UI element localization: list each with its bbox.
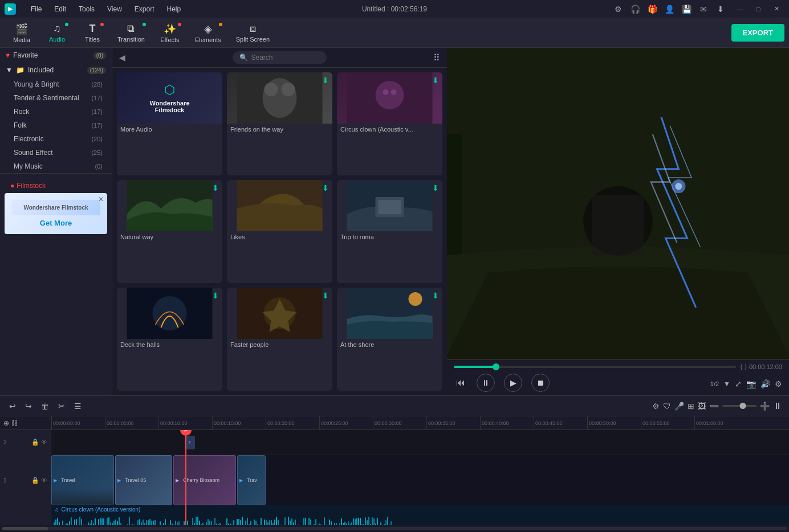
redo-button[interactable]: ↪ (23, 399, 34, 413)
shield-icon[interactable]: 🛡 (663, 402, 671, 411)
undo-button[interactable]: ↩ (7, 399, 18, 413)
favorite-section[interactable]: ♥ Favorite (0) (0, 48, 112, 63)
fullscreen-icon[interactable]: ⤢ (735, 379, 742, 388)
search-input[interactable] (251, 54, 320, 62)
sound-effect-count: (25) (91, 149, 103, 156)
playhead[interactable]: ✂ (185, 430, 186, 525)
natural-download-icon[interactable]: ⬇ (212, 183, 219, 193)
audio-card-likes[interactable]: ⬇ Likes (227, 180, 332, 283)
plus-icon[interactable]: ➕ (760, 402, 770, 411)
save-icon[interactable]: 💾 (680, 2, 693, 16)
filmstock-close[interactable]: ✕ (98, 195, 104, 203)
pause2-icon[interactable]: ⏸ (773, 401, 782, 411)
category-electronic[interactable]: Electronic (20) (0, 132, 112, 146)
audio-card-circus[interactable]: ⬇ Circus clown (Acoustic v... (337, 72, 442, 175)
grid-view-icon[interactable]: ⠿ (433, 52, 440, 63)
faster-download-icon[interactable]: ⬇ (322, 291, 329, 300)
toolbar-titles[interactable]: T Titles (75, 21, 109, 45)
toolbar-audio[interactable]: ♫ Audio (40, 21, 74, 45)
audio-card-friends[interactable]: ⬇ Friends on the way (227, 72, 332, 175)
video-clip-cherry[interactable]: ▶ Cherry Blossom (173, 455, 236, 505)
export-button[interactable]: EXPORT (731, 24, 784, 42)
track-2-lock[interactable]: 🔒 (31, 439, 39, 446)
menu-edit[interactable]: Edit (48, 3, 72, 15)
audio-card-natural[interactable]: ⬇ Natural way (117, 180, 222, 283)
zoom-slider[interactable] (722, 405, 757, 407)
menu-help[interactable]: Help (161, 3, 187, 15)
minimize-button[interactable]: — (732, 3, 748, 15)
gift-icon[interactable]: 🎁 (645, 2, 659, 16)
ws-icon: ⬡ (164, 83, 175, 97)
category-young-bright[interactable]: Young & Bright (28) (0, 77, 112, 91)
menu-file[interactable]: File (25, 3, 47, 15)
email-icon[interactable]: ✉ (697, 2, 710, 16)
category-tender[interactable]: Tender & Sentimental (17) (0, 91, 112, 105)
waveform-bar (329, 519, 330, 525)
layers-icon[interactable]: ⊞ (688, 402, 694, 411)
settings3-icon[interactable]: ⚙ (652, 402, 660, 411)
track-2-eye[interactable]: 👁 (41, 439, 47, 446)
video-clip-travel[interactable]: ▶ Travel (51, 455, 114, 505)
pause-button[interactable]: ⏸ (477, 374, 495, 392)
waveform-bar (196, 517, 197, 525)
stop-button[interactable]: ⏹ (531, 374, 550, 392)
category-sound-effect[interactable]: Sound Effect (25) (0, 146, 112, 159)
trip-download-icon[interactable]: ⬇ (432, 183, 439, 193)
likes-download-icon[interactable]: ⬇ (322, 183, 329, 193)
cut-button[interactable]: ✂ (56, 399, 67, 413)
snapshot-icon[interactable]: 📷 (746, 379, 756, 388)
friends-download-icon[interactable]: ⬇ (322, 76, 329, 85)
scrollbar-track[interactable] (2, 527, 787, 530)
category-rock[interactable]: Rock (17) (0, 105, 112, 118)
user-icon[interactable]: 👤 (662, 2, 676, 16)
settings2-icon[interactable]: ⚙ (775, 379, 782, 388)
shore-download-icon[interactable]: ⬇ (432, 291, 439, 300)
page-dropdown-icon[interactable]: ▼ (723, 380, 730, 388)
zoom-handle[interactable] (740, 403, 746, 409)
get-more-button[interactable]: Get More (11, 219, 100, 227)
volume-icon[interactable]: 🔊 (760, 379, 770, 388)
toolbar-media[interactable]: 🎬 Media (5, 21, 39, 46)
menu-export[interactable]: Export (129, 3, 160, 15)
add-track-icon[interactable]: ⊕ (3, 419, 9, 427)
category-my-music[interactable]: My Music (0) (0, 159, 112, 173)
track-1-lock[interactable]: 🔒 (31, 477, 39, 484)
track-1-eye[interactable]: 👁 (41, 477, 47, 484)
mic-icon[interactable]: 🎤 (674, 402, 684, 411)
minus-icon[interactable]: ➖ (709, 402, 719, 411)
video-clip-trav[interactable]: ▶ Trav (237, 455, 266, 505)
skip-back-button[interactable]: ⏮ (454, 375, 467, 390)
included-section[interactable]: ▼ 📁 Included (124) (0, 63, 112, 77)
headphone-icon[interactable]: 🎧 (628, 2, 642, 16)
download-icon[interactable]: ⬇ (714, 2, 727, 16)
toolbar-split-screen[interactable]: ⧈ Split Screen (229, 21, 276, 45)
video-clip-travel05[interactable]: ▶ Travel 05 (115, 455, 172, 505)
menu-view[interactable]: View (101, 3, 128, 15)
collapse-panel-icon[interactable]: ◀ (119, 53, 125, 62)
settings-track-icon[interactable]: ☰ (72, 399, 84, 413)
filmstock-header[interactable]: ● Filmstock (5, 178, 107, 193)
link-icon[interactable]: ⛓ (11, 419, 18, 427)
scrollbar-thumb[interactable] (2, 527, 48, 530)
maximize-button[interactable]: □ (750, 3, 766, 15)
close-button[interactable]: ✕ (768, 3, 784, 15)
progress-handle[interactable] (493, 363, 499, 370)
audio-card-more-audio[interactable]: ⬡ WondershareFilmstock More Audio (117, 72, 222, 175)
delete-button[interactable]: 🗑 (39, 399, 51, 413)
settings-icon[interactable]: ⚙ (611, 2, 625, 16)
progress-bar[interactable] (454, 366, 736, 368)
play-button[interactable]: ▶ (504, 374, 522, 392)
audio-card-trip[interactable]: ⬇ Trip to roma (337, 180, 442, 283)
category-folk[interactable]: Folk (17) (0, 118, 112, 132)
audio-card-deck[interactable]: ⬇ Deck the halls (117, 288, 222, 391)
toolbar-elements[interactable]: ◈ Elements (188, 21, 228, 46)
filmstock-banner[interactable]: ✕ Wondershare Filmstock Get More (5, 193, 107, 234)
deck-download-icon[interactable]: ⬇ (212, 291, 219, 300)
circus-download-icon[interactable]: ⬇ (432, 76, 439, 85)
audio-card-faster[interactable]: ⬇ Faster people (227, 288, 332, 391)
toolbar-effects[interactable]: ✨ Effects (153, 21, 187, 46)
toolbar-transition[interactable]: ⧉ Transition (111, 21, 152, 45)
image-icon[interactable]: 🖼 (698, 402, 706, 411)
audio-card-shore[interactable]: ⬇ At the shore (337, 288, 442, 391)
menu-tools[interactable]: Tools (73, 3, 100, 15)
